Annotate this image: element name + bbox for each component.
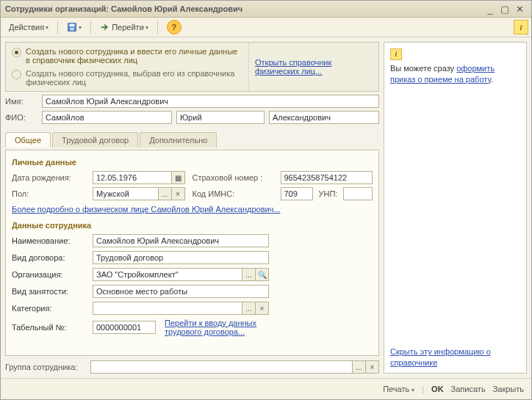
contract-data-link[interactable]: Перейти к вводу данных трудового договор…: [165, 319, 269, 336]
option-group: Создать нового сотрудника и ввести его л…: [6, 43, 248, 91]
emp-type-input[interactable]: Основное место работы: [93, 285, 269, 298]
personal-grid: Дата рождения: 12.05.1976▦ Страховой ном…: [12, 171, 373, 200]
save-button[interactable]: Записать: [451, 385, 486, 393]
tab-additional[interactable]: Дополнительно: [140, 132, 217, 148]
name-input[interactable]: Самойлов Юрий Александрович: [42, 95, 379, 108]
dob-calendar-button[interactable]: ▦: [172, 171, 185, 184]
group-select-button[interactable]: ...: [353, 360, 366, 374]
lastname-input[interactable]: Самойлов: [42, 111, 172, 124]
dob-label: Дата рождения:: [12, 173, 85, 182]
fio-label: ФИО:: [5, 113, 37, 122]
sex-label: Пол:: [12, 189, 85, 198]
unp-input[interactable]: [343, 187, 373, 200]
name-label: Имя:: [5, 97, 37, 106]
category-label: Категория:: [12, 304, 85, 313]
group-label: Группа сотрудника:: [5, 363, 86, 371]
floppy-icon: [67, 22, 77, 32]
open-persons-link[interactable]: Открыть справочник физических лиц...: [248, 43, 378, 91]
emp-name-label: Наименование:: [12, 236, 85, 245]
body: Создать нового сотрудника и ввести его л…: [1, 37, 531, 378]
org-label: Организация:: [12, 270, 85, 279]
titlebar: Сотрудники организаций: Самойлов Юрий Ал…: [1, 1, 531, 18]
footer: Печать ▾ | OK Записать Закрыть: [1, 378, 531, 399]
tab-bar: Общее Трудовой договор Дополнительно: [5, 131, 379, 147]
emp-type-label: Вид занятости:: [12, 287, 85, 296]
tab-general[interactable]: Общее: [5, 132, 51, 148]
dob-input[interactable]: 12.05.1976: [93, 171, 172, 184]
toolbar: Действия▾ ▾ Перейти▾ ? i: [1, 18, 531, 37]
main-area: Создать нового сотрудника и ввести его л…: [5, 42, 379, 374]
goto-menu[interactable]: Перейти▾: [95, 20, 154, 34]
category-select-button[interactable]: ...: [242, 302, 256, 315]
toolbar-separator: [157, 21, 158, 34]
ins-input[interactable]: 96542358754122: [281, 171, 373, 184]
org-select-button[interactable]: ...: [242, 268, 256, 281]
fio-row: ФИО: Самойлов Юрий Александрович: [5, 111, 379, 124]
ins-label: Страховой номер :: [193, 173, 273, 182]
ok-button[interactable]: OK: [431, 385, 444, 393]
name-row: Имя: Самойлов Юрий Александрович: [5, 95, 379, 108]
toolbar-separator: [57, 21, 58, 34]
category-input[interactable]: [93, 302, 242, 315]
tabno-label: Табельный №:: [12, 323, 85, 332]
imns-label: Код ИМНС:: [193, 189, 273, 198]
group-clear-button[interactable]: ×: [366, 360, 379, 374]
tab-panel: Личные данные Дата рождения: 12.05.1976▦…: [5, 150, 379, 356]
info-icon: i: [390, 48, 402, 60]
org-search-button[interactable]: 🔍: [256, 268, 269, 281]
close-button[interactable]: Закрыть: [493, 385, 524, 393]
restore-button[interactable]: ▢: [497, 4, 512, 15]
svg-rect-2: [71, 28, 74, 31]
hide-info-link[interactable]: Скрыть эту информацию о справочнике: [390, 347, 491, 367]
emp-name-input[interactable]: Самойлов Юрий Александрович: [93, 234, 269, 247]
sex-select-button[interactable]: ...: [159, 187, 172, 200]
group-input[interactable]: [90, 360, 353, 374]
svg-rect-1: [70, 24, 75, 27]
employee-grid: Наименование: Самойлов Юрий Александрови…: [12, 234, 373, 336]
firstname-input[interactable]: Юрий: [176, 111, 265, 124]
create-options: Создать нового сотрудника и ввести его л…: [5, 42, 379, 92]
contract-input[interactable]: Трудовой договор: [93, 251, 269, 264]
radio-icon: [12, 48, 21, 57]
group-row: Группа сотрудника: ...×: [5, 360, 379, 374]
imns-input[interactable]: 709: [281, 187, 313, 200]
help-icon: ?: [167, 20, 181, 34]
toolbar-separator: [90, 21, 91, 34]
section-employee: Данные сотрудника: [12, 221, 373, 230]
tab-contract[interactable]: Трудовой договор: [52, 132, 138, 148]
goto-icon: [100, 22, 110, 32]
org-input[interactable]: ЗАО "Стройкомплект": [93, 268, 242, 281]
option-create-new[interactable]: Создать нового сотрудника и ввести его л…: [12, 47, 242, 65]
help-button[interactable]: ?: [162, 18, 187, 37]
window-title: Сотрудники организаций: Самойлов Юрий Ал…: [5, 4, 483, 13]
sex-input[interactable]: Мужской: [93, 187, 159, 200]
sex-clear-button[interactable]: ×: [172, 187, 185, 200]
radio-icon: [12, 70, 21, 79]
actions-menu[interactable]: Действия▾: [4, 21, 54, 34]
middlename-input[interactable]: Александрович: [269, 111, 379, 124]
contract-label: Вид договора:: [12, 253, 85, 262]
section-personal: Личные данные: [12, 158, 373, 167]
info-panel-toggle[interactable]: i: [514, 20, 528, 34]
save-icon-button[interactable]: ▾: [62, 20, 87, 34]
option-select-existing[interactable]: Создать нового сотрудника, выбрав его из…: [12, 69, 242, 87]
unp-label: УНП:: [319, 189, 338, 198]
window: Сотрудники организаций: Самойлов Юрий Ал…: [0, 0, 532, 400]
category-clear-button[interactable]: ×: [256, 302, 269, 315]
minimize-button[interactable]: _: [483, 4, 497, 15]
close-window-button[interactable]: ✕: [512, 4, 527, 15]
info-panel: i Вы можете сразу оформить приказ о прие…: [384, 42, 527, 374]
info-text: Вы можете сразу оформить приказ о приеме…: [390, 63, 520, 85]
person-details-link[interactable]: Более подробно о физическом лице Самойло…: [12, 205, 281, 214]
tabno-input[interactable]: 0000000001: [93, 321, 156, 334]
print-button[interactable]: Печать ▾: [383, 385, 414, 393]
